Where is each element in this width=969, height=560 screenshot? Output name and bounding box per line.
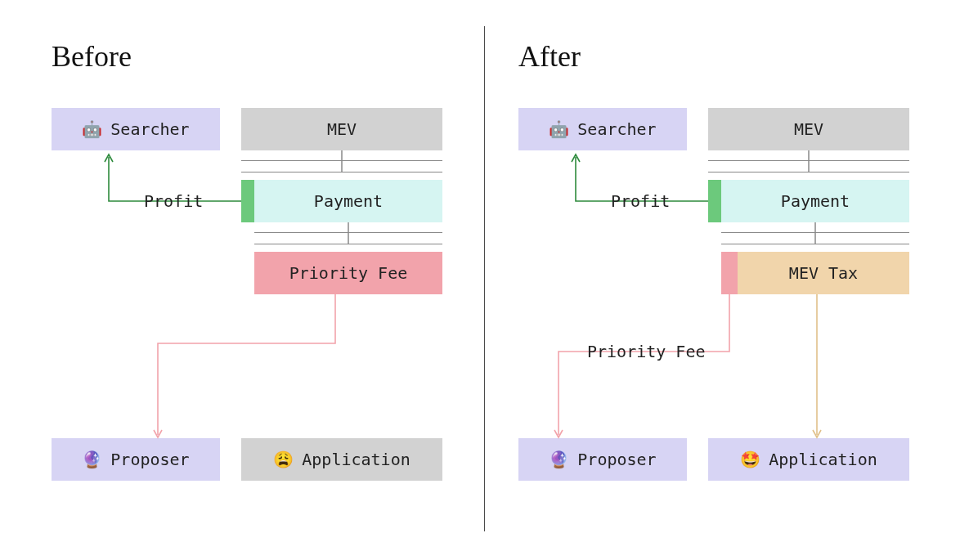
priority-fee-label: Priority Fee: [289, 263, 408, 283]
node-searcher-after: 🤖 Searcher: [518, 108, 687, 150]
node-payment-before: Payment: [254, 180, 442, 222]
panel-divider: [484, 26, 485, 531]
crystal-ball-icon: 🔮: [82, 450, 102, 469]
node-application-after: 🤩 Application: [708, 438, 909, 481]
application-label: Application: [769, 450, 877, 469]
payment-profit-sliver-before: [241, 180, 254, 222]
bracket-line: [708, 160, 909, 161]
heading-before: Before: [52, 39, 132, 74]
crystal-ball-icon: 🔮: [549, 450, 569, 469]
node-mev-tax-after: MEV Tax: [738, 252, 909, 294]
node-searcher-before: 🤖 Searcher: [52, 108, 220, 150]
profit-label-before: Profit: [144, 191, 203, 211]
arrow-tax-application: [814, 294, 821, 441]
searcher-label: Searcher: [110, 119, 189, 139]
bracket-line: [721, 232, 909, 233]
robot-icon: 🤖: [82, 119, 102, 139]
bracket-line: [254, 244, 442, 244]
node-mev-before: MEV: [241, 108, 442, 150]
node-payment-after: Payment: [721, 180, 909, 222]
mev-label: MEV: [794, 119, 823, 139]
node-proposer-before: 🔮 Proposer: [52, 438, 220, 481]
node-application-before: 😩 Application: [241, 438, 442, 481]
node-priority-fee-before: Priority Fee: [254, 252, 442, 294]
proposer-label: Proposer: [577, 450, 656, 469]
heading-after: After: [518, 39, 581, 74]
node-proposer-after: 🔮 Proposer: [518, 438, 687, 481]
priority-fee-edge-label: Priority Fee: [587, 342, 706, 361]
payment-label: Payment: [314, 191, 383, 211]
sad-face-icon: 😩: [273, 450, 294, 469]
searcher-label: Searcher: [577, 119, 656, 139]
bracket-line: [254, 232, 442, 233]
robot-icon: 🤖: [549, 119, 569, 139]
mev-label: MEV: [327, 119, 357, 139]
proposer-label: Proposer: [110, 450, 189, 469]
priority-fee-sliver-after: [721, 252, 738, 294]
happy-face-icon: 🤩: [740, 450, 760, 469]
bracket-line: [708, 172, 909, 172]
bracket-line: [241, 172, 442, 172]
payment-label: Payment: [781, 191, 850, 211]
bracket-line: [241, 160, 442, 161]
payment-profit-sliver-after: [708, 180, 721, 222]
arrow-fee-proposer-before: [155, 294, 343, 441]
arrow-fee-proposer-after: [556, 294, 736, 441]
bracket-line: [721, 244, 909, 244]
node-mev-after: MEV: [708, 108, 909, 150]
mev-tax-label: MEV Tax: [789, 263, 858, 283]
profit-label-after: Profit: [611, 191, 670, 211]
application-label: Application: [302, 450, 410, 469]
